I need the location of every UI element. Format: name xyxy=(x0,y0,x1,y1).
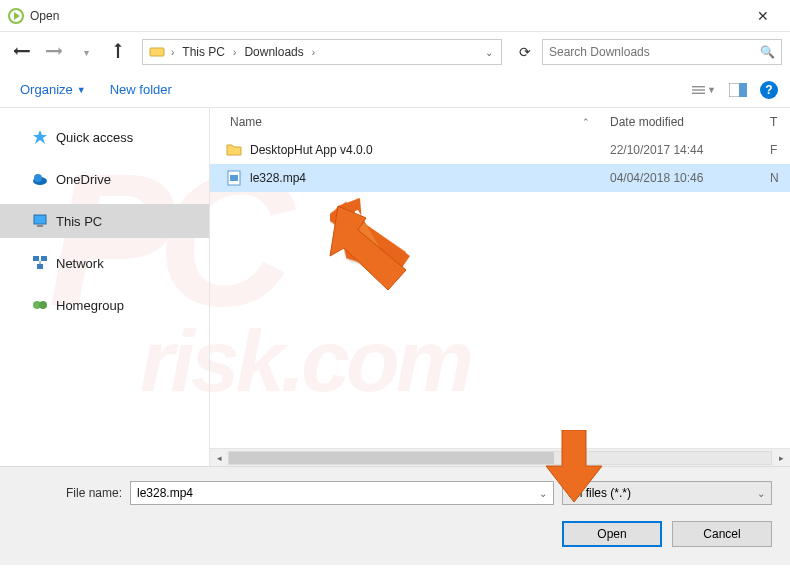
file-area: Name ⌃ Date modified T DesktopHut App v4… xyxy=(210,108,790,466)
file-date: 22/10/2017 14:44 xyxy=(610,143,770,157)
chevron-down-icon: ▼ xyxy=(707,85,716,95)
star-icon xyxy=(32,129,48,145)
home-icon xyxy=(32,297,48,313)
breadcrumb-this-pc[interactable]: This PC xyxy=(178,45,229,59)
toolbar: Organize ▼ New folder ▼ ? xyxy=(0,72,790,108)
svg-rect-12 xyxy=(41,256,47,261)
file-row-folder[interactable]: DesktopHut App v4.0.0 22/10/2017 14:44 F xyxy=(210,136,790,164)
svg-marker-6 xyxy=(33,130,47,144)
pc-icon xyxy=(32,213,48,229)
search-input[interactable] xyxy=(549,45,760,59)
new-folder-button[interactable]: New folder xyxy=(102,78,180,101)
file-filter-select[interactable]: All files (*.*) ⌄ xyxy=(562,481,772,505)
titlebar: Open ✕ xyxy=(0,0,790,32)
file-name: DesktopHut App v4.0.0 xyxy=(250,143,610,157)
organize-button[interactable]: Organize ▼ xyxy=(12,78,94,101)
svg-rect-2 xyxy=(692,89,705,90)
close-button[interactable]: ✕ xyxy=(740,0,786,32)
svg-rect-11 xyxy=(33,256,39,261)
sidebar-item-label: This PC xyxy=(56,214,102,229)
scroll-right-button[interactable]: ▸ xyxy=(772,451,790,465)
search-icon: 🔍 xyxy=(760,45,775,59)
cancel-button[interactable]: Cancel xyxy=(672,521,772,547)
cloud-icon xyxy=(32,171,48,187)
svg-rect-1 xyxy=(692,86,705,87)
drive-icon xyxy=(147,44,167,60)
svg-point-8 xyxy=(34,174,42,182)
filename-label: File name: xyxy=(18,486,122,500)
chevron-right-icon: › xyxy=(308,47,319,58)
chevron-down-icon[interactable]: ⌄ xyxy=(539,488,547,499)
column-headers: Name ⌃ Date modified T xyxy=(210,108,790,136)
svg-point-16 xyxy=(39,301,47,309)
main-area: Quick access OneDrive This PC Network Ho… xyxy=(0,108,790,466)
column-type[interactable]: T xyxy=(770,115,790,129)
chevron-right-icon: › xyxy=(167,47,178,58)
svg-rect-18 xyxy=(230,175,238,181)
sidebar-item-this-pc[interactable]: This PC xyxy=(0,204,209,238)
sidebar-item-quick-access[interactable]: Quick access xyxy=(0,120,209,154)
address-bar[interactable]: › This PC › Downloads › ⌄ xyxy=(142,39,502,65)
svg-rect-13 xyxy=(37,264,43,269)
navbar: 🠔 🠖 ▾ 🠕 › This PC › Downloads › ⌄ ⟳ 🔍 xyxy=(0,32,790,72)
app-icon xyxy=(8,8,24,24)
sidebar-item-label: Quick access xyxy=(56,130,133,145)
sidebar-item-network[interactable]: Network xyxy=(0,246,209,280)
svg-rect-10 xyxy=(37,225,43,227)
file-row-selected[interactable]: le328.mp4 04/04/2018 10:46 N xyxy=(210,164,790,192)
column-name[interactable]: Name ⌃ xyxy=(210,115,610,129)
chevron-down-icon: ▼ xyxy=(77,85,86,95)
filter-value: All files (*.*) xyxy=(569,486,631,500)
sidebar-item-label: Network xyxy=(56,256,104,271)
column-name-label: Name xyxy=(230,115,262,129)
file-name: le328.mp4 xyxy=(250,171,610,185)
svg-rect-9 xyxy=(34,215,46,224)
help-button[interactable]: ? xyxy=(760,81,778,99)
sidebar-item-label: Homegroup xyxy=(56,298,124,313)
sidebar-item-homegroup[interactable]: Homegroup xyxy=(0,288,209,322)
scrollbar-track[interactable] xyxy=(228,451,772,465)
sidebar-item-label: OneDrive xyxy=(56,172,111,187)
filename-value: le328.mp4 xyxy=(137,486,193,500)
view-list-button[interactable]: ▼ xyxy=(692,80,716,100)
file-type: N xyxy=(770,171,790,185)
network-icon xyxy=(32,255,48,271)
recent-dropdown[interactable]: ▾ xyxy=(72,38,100,66)
search-box[interactable]: 🔍 xyxy=(542,39,782,65)
video-file-icon xyxy=(226,170,242,186)
bottom-panel: File name: le328.mp4 ⌄ All files (*.*) ⌄… xyxy=(0,466,790,565)
svg-rect-0 xyxy=(150,48,164,56)
svg-rect-5 xyxy=(739,83,747,97)
sidebar: Quick access OneDrive This PC Network Ho… xyxy=(0,108,210,466)
forward-button[interactable]: 🠖 xyxy=(40,38,68,66)
file-type: F xyxy=(770,143,790,157)
scroll-left-button[interactable]: ◂ xyxy=(210,451,228,465)
filename-input[interactable]: le328.mp4 ⌄ xyxy=(130,481,554,505)
organize-label: Organize xyxy=(20,82,73,97)
folder-icon xyxy=(226,142,242,158)
open-button[interactable]: Open xyxy=(562,521,662,547)
scrollbar-thumb[interactable] xyxy=(229,452,554,464)
horizontal-scrollbar[interactable]: ◂ ▸ xyxy=(210,448,790,466)
back-button[interactable]: 🠔 xyxy=(8,38,36,66)
preview-pane-button[interactable] xyxy=(726,80,750,100)
window-title: Open xyxy=(30,9,59,23)
sort-indicator-icon: ⌃ xyxy=(582,117,590,127)
refresh-button[interactable]: ⟳ xyxy=(512,39,538,65)
breadcrumb-downloads[interactable]: Downloads xyxy=(240,45,307,59)
up-button[interactable]: 🠕 xyxy=(104,38,132,66)
path-dropdown[interactable]: ⌄ xyxy=(481,47,497,58)
column-date[interactable]: Date modified xyxy=(610,115,770,129)
chevron-right-icon: › xyxy=(229,47,240,58)
sidebar-item-onedrive[interactable]: OneDrive xyxy=(0,162,209,196)
chevron-down-icon[interactable]: ⌄ xyxy=(757,488,765,499)
file-date: 04/04/2018 10:46 xyxy=(610,171,770,185)
svg-rect-3 xyxy=(692,92,705,93)
